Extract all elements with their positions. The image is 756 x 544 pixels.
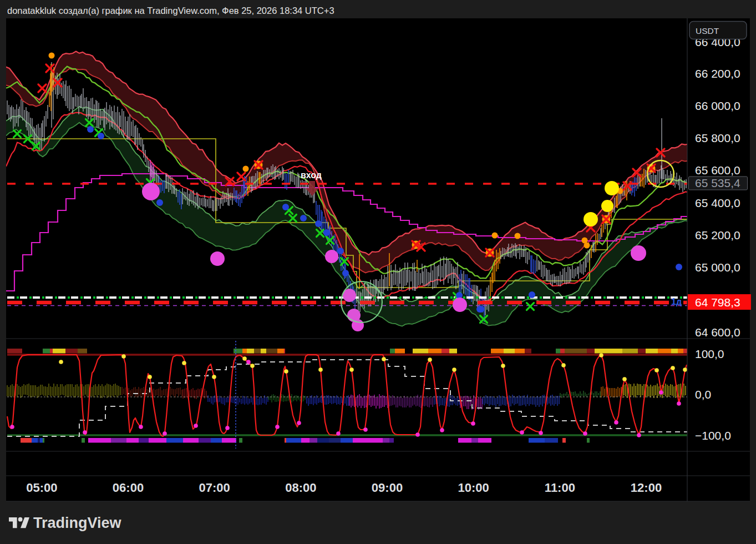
svg-text:66 200,0: 66 200,0 (695, 67, 740, 80)
svg-text:07:00: 07:00 (199, 481, 230, 495)
svg-text:65 600,0: 65 600,0 (695, 164, 740, 177)
svg-text:USDT: USDT (696, 26, 719, 36)
svg-text:65 200,0: 65 200,0 (695, 229, 740, 241)
svg-text:64 798,3: 64 798,3 (695, 296, 740, 309)
svg-text:вход: вход (301, 170, 322, 180)
svg-text:65 000,0: 65 000,0 (695, 261, 740, 274)
svg-text:TradingView: TradingView (33, 515, 122, 531)
svg-text:−100,0: −100,0 (695, 429, 731, 442)
svg-text:65 800,0: 65 800,0 (695, 132, 740, 144)
svg-text:06:00: 06:00 (113, 481, 144, 495)
svg-text:donatakkluk создал(а) график н: donatakkluk создал(а) график на TradingV… (7, 6, 334, 16)
svg-text:64 600,0: 64 600,0 (695, 326, 740, 339)
svg-text:11:00: 11:00 (545, 481, 575, 495)
svg-text:09:00: 09:00 (372, 481, 403, 495)
svg-text:08:00: 08:00 (285, 481, 316, 495)
svg-text:65 400,0: 65 400,0 (695, 197, 740, 209)
svg-text:10:00: 10:00 (458, 481, 489, 495)
svg-text:66 000,0: 66 000,0 (695, 99, 740, 112)
svg-text:12:00: 12:00 (631, 481, 662, 495)
svg-text:65 535,4: 65 535,4 (695, 177, 740, 189)
svg-text:0,0: 0,0 (695, 388, 711, 401)
svg-text:100,0: 100,0 (695, 347, 724, 360)
svg-text:05:00: 05:00 (26, 481, 57, 495)
svg-text:1д: 1д (671, 297, 682, 306)
